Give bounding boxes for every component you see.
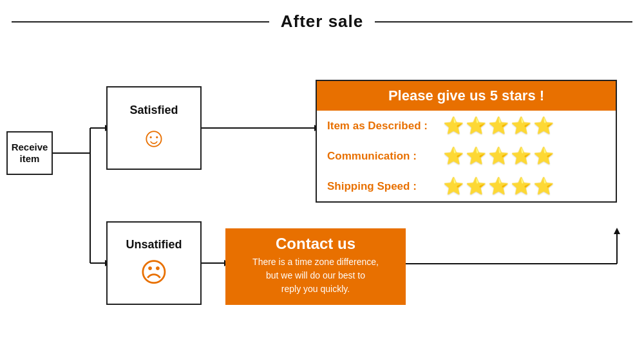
stars-row-comm: Communication : ⭐ ⭐ ⭐ ⭐ ⭐	[317, 141, 616, 171]
header: After sale	[0, 0, 644, 38]
star-icon: ⭐	[443, 146, 464, 166]
star-icon: ⭐	[488, 176, 509, 196]
stars-label-ship: Shipping Speed :	[327, 180, 443, 193]
unsatisfied-label: Unsatified	[126, 238, 182, 252]
stars-icons-ship: ⭐ ⭐ ⭐ ⭐ ⭐	[443, 176, 554, 196]
star-icon: ⭐	[533, 116, 554, 136]
star-icon: ⭐	[511, 116, 531, 136]
satisfied-label: Satisfied	[129, 104, 178, 117]
star-icon: ⭐	[466, 146, 486, 166]
stars-label-item: Item as Described :	[327, 120, 443, 133]
smiley-icon: ☺	[140, 122, 168, 153]
stars-icons-item: ⭐ ⭐ ⭐ ⭐ ⭐	[443, 116, 554, 136]
star-icon: ⭐	[533, 176, 554, 196]
unsatisfied-box: Unsatified ☹	[106, 221, 202, 305]
header-line-left	[12, 21, 269, 23]
contact-title: Contact us	[276, 235, 355, 253]
contact-body: There is a time zone difference,but we w…	[252, 255, 379, 296]
page-title: After sale	[281, 12, 364, 32]
star-icon: ⭐	[511, 176, 531, 196]
stars-row-item: Item as Described : ⭐ ⭐ ⭐ ⭐ ⭐	[317, 111, 616, 141]
star-icon: ⭐	[443, 176, 464, 196]
star-icon: ⭐	[443, 116, 464, 136]
stars-panel: Please give us 5 stars ! Item as Describ…	[316, 80, 617, 203]
star-icon: ⭐	[511, 146, 531, 166]
star-icon: ⭐	[466, 116, 486, 136]
flow-area: Receiveitem Satisfied ☺ Unsatified ☹ Ple…	[0, 38, 644, 327]
satisfied-box: Satisfied ☺	[106, 86, 202, 170]
star-icon: ⭐	[488, 116, 509, 136]
page-container: After sale	[0, 0, 644, 339]
receive-item-label: Receiveitem	[12, 142, 48, 165]
star-icon: ⭐	[488, 146, 509, 166]
star-icon: ⭐	[466, 176, 486, 196]
header-line-right	[375, 21, 632, 23]
star-icon: ⭐	[533, 146, 554, 166]
contact-panel: Contact us There is a time zone differen…	[225, 228, 406, 305]
stars-label-comm: Communication :	[327, 150, 443, 163]
frowny-icon: ☹	[140, 257, 168, 288]
stars-icons-comm: ⭐ ⭐ ⭐ ⭐ ⭐	[443, 146, 554, 166]
stars-row-ship: Shipping Speed : ⭐ ⭐ ⭐ ⭐ ⭐	[317, 171, 616, 201]
svg-marker-13	[614, 228, 620, 234]
stars-header: Please give us 5 stars !	[317, 81, 616, 111]
receive-item-box: Receiveitem	[6, 131, 53, 175]
